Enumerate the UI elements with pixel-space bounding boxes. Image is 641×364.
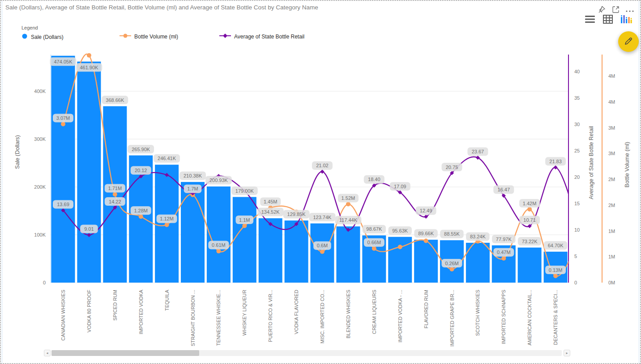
retail-axis-tick: 10 xyxy=(574,227,580,233)
svg-text:13.69: 13.69 xyxy=(57,202,69,207)
category-label: FLAVORED RUM xyxy=(423,290,429,329)
data-label: 474.05K xyxy=(50,57,77,66)
retail-axis-tick: 25 xyxy=(574,148,580,153)
category-label: SCOTCH WHISKIES xyxy=(475,290,480,336)
data-point-marker[interactable] xyxy=(450,267,454,271)
svg-text:0.26M: 0.26M xyxy=(445,261,459,266)
data-point-marker[interactable] xyxy=(398,245,402,249)
data-point-marker[interactable] xyxy=(320,250,325,254)
data-label: 0.66M xyxy=(364,238,385,247)
report-canvas: Sale (Dollars), Average of State Bottle … xyxy=(0,0,641,364)
svg-text:98.67K: 98.67K xyxy=(366,226,382,232)
data-label: 134.52K xyxy=(257,208,284,216)
bar[interactable] xyxy=(285,220,308,283)
volume-axis-tick: 4M xyxy=(608,73,615,79)
svg-text:0.13M: 0.13M xyxy=(549,267,563,273)
bar[interactable] xyxy=(77,62,101,283)
data-point-marker[interactable] xyxy=(165,223,169,227)
data-label: 89.66K xyxy=(414,229,437,238)
svg-text:89.66K: 89.66K xyxy=(418,231,434,236)
scroll-right-button[interactable]: ▸ xyxy=(564,350,570,356)
svg-text:368.66K: 368.66K xyxy=(106,97,124,103)
data-label: 129.85K xyxy=(283,210,310,219)
svg-text:1.12M: 1.12M xyxy=(160,216,174,221)
svg-text:1.45M: 1.45M xyxy=(264,199,278,204)
bar[interactable] xyxy=(51,56,75,283)
data-label: 1.28M xyxy=(131,206,151,215)
retail-axis-tick: 40 xyxy=(574,69,580,74)
data-point-marker[interactable] xyxy=(527,207,532,212)
data-point-marker[interactable] xyxy=(113,192,117,197)
horizontal-scrollbar[interactable]: ◂ ▸ xyxy=(44,350,572,356)
data-label: 179.00K xyxy=(231,186,258,195)
data-label: 88.55K xyxy=(440,230,463,238)
data-label: 14.22 xyxy=(105,197,125,206)
svg-text:20.12: 20.12 xyxy=(135,168,147,173)
category-label: SPICED RUM xyxy=(112,290,118,321)
category-label: IMPORTED VODKA - ... xyxy=(397,290,403,343)
retail-axis-tick: 20 xyxy=(574,174,580,180)
bar[interactable] xyxy=(518,248,542,283)
combo-chart[interactable]: 0100K200K300K400K05101520253035400M1M1M2… xyxy=(1,1,641,351)
svg-text:16.47: 16.47 xyxy=(498,187,510,192)
data-point-marker[interactable] xyxy=(424,239,428,243)
data-label: 23.67 xyxy=(467,148,488,156)
svg-text:0.61M: 0.61M xyxy=(212,242,226,248)
svg-text:1.28M: 1.28M xyxy=(134,208,148,213)
scroll-left-button[interactable]: ◂ xyxy=(44,350,51,356)
retail-axis-tick: 35 xyxy=(574,95,580,101)
svg-text:179.00K: 179.00K xyxy=(235,188,254,194)
bar[interactable] xyxy=(414,240,438,283)
data-point-marker[interactable] xyxy=(346,202,350,207)
data-point-marker[interactable] xyxy=(242,224,247,228)
data-label: 0.6M xyxy=(313,241,331,250)
svg-text:73.22K: 73.22K xyxy=(522,239,538,244)
svg-text:265.90K: 265.90K xyxy=(132,147,150,152)
data-point-marker[interactable] xyxy=(501,256,506,261)
data-label: 1.52M xyxy=(338,194,359,203)
svg-text:88.55K: 88.55K xyxy=(444,231,460,237)
data-label: 16.47 xyxy=(493,186,514,194)
svg-text:123.74K: 123.74K xyxy=(313,215,332,220)
data-label: 21.83 xyxy=(545,157,566,165)
category-label: TEQUILA xyxy=(164,289,170,311)
data-label: 13.69 xyxy=(53,200,73,208)
category-label: DECANTERS & SPECI... xyxy=(553,290,558,345)
svg-text:1.52M: 1.52M xyxy=(342,195,355,201)
svg-text:117.44K: 117.44K xyxy=(339,217,358,223)
category-label: CANADIAN WHISKIES xyxy=(60,290,66,341)
volume-axis-tick: 3M xyxy=(608,125,615,131)
data-point-marker[interactable] xyxy=(61,122,65,126)
data-point-marker[interactable] xyxy=(553,274,558,278)
data-label: 64.70K xyxy=(544,241,567,250)
svg-text:1.1M: 1.1M xyxy=(239,217,250,223)
bar[interactable] xyxy=(233,197,256,283)
bar[interactable] xyxy=(336,226,360,283)
data-label: 1.45M xyxy=(260,198,281,206)
svg-text:21.02: 21.02 xyxy=(316,163,329,168)
category-label: CREAM LIQUEURS xyxy=(372,290,377,334)
scrollbar-thumb[interactable] xyxy=(51,350,199,356)
svg-text:17.09: 17.09 xyxy=(394,184,406,189)
data-label: 265.90K xyxy=(128,145,154,153)
scrollbar-track[interactable] xyxy=(51,350,562,356)
data-label: 17.09 xyxy=(390,182,410,190)
data-label: 12.49 xyxy=(416,207,436,215)
svg-text:210.38K: 210.38K xyxy=(184,173,202,178)
data-point-marker[interactable] xyxy=(87,53,91,58)
category-label: PUERTO RICO & VIR... xyxy=(268,290,273,342)
category-label: AMERICAN COCKTAIL... xyxy=(527,290,532,345)
data-point-marker[interactable] xyxy=(139,214,143,219)
data-point-marker[interactable] xyxy=(320,169,324,174)
svg-text:77.97K: 77.97K xyxy=(496,237,512,242)
category-label: VODKA 80 PROOF xyxy=(86,290,92,333)
data-point-marker[interactable] xyxy=(216,249,221,254)
volume-axis-tick: 1M xyxy=(608,229,615,234)
svg-text:0.6M: 0.6M xyxy=(317,243,328,248)
category-label: BLENDED WHISKIES xyxy=(346,290,351,339)
data-label: 123.74K xyxy=(309,213,336,221)
data-point-marker[interactable] xyxy=(372,246,376,251)
svg-text:0.47M: 0.47M xyxy=(497,250,511,255)
volume-axis-tick: 3M xyxy=(608,151,615,156)
data-label: 210.38K xyxy=(179,171,206,180)
